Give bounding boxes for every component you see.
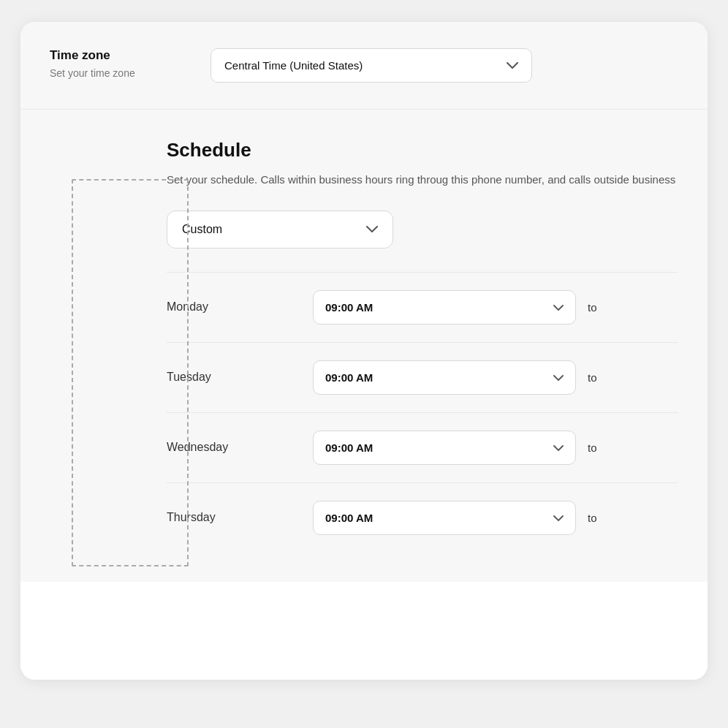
wednesday-start-time-select[interactable]: 09:00 AM [313,431,576,465]
day-wednesday-label: Wednesday [167,441,313,454]
chevron-down-icon [366,223,378,236]
schedule-description: Set your schedule. Calls within business… [167,172,678,189]
thursday-start-time-select[interactable]: 09:00 AM [313,501,576,535]
monday-start-time-select[interactable]: 09:00 AM [313,290,576,325]
wednesday-to-label: to [588,441,597,454]
table-row: Wednesday 09:00 AM to [167,412,678,482]
day-monday-label: Monday [167,300,313,314]
tuesday-start-time-select[interactable]: 09:00 AM [313,360,576,395]
day-thursday-label: Thursday [167,511,313,524]
timezone-title: Time zone [50,48,181,63]
chevron-down-icon [507,60,518,72]
schedule-title: Schedule [167,139,678,162]
custom-schedule-wrapper: Custom [167,211,678,249]
wednesday-start-time-value: 09:00 AM [325,441,373,454]
thursday-to-label: to [588,512,597,524]
schedule-section: Schedule Set your schedule. Calls within… [20,110,708,582]
chevron-down-icon [553,512,564,524]
timezone-section: Time zone Set your time zone Central Tim… [20,22,708,110]
table-row: Tuesday 09:00 AM to [167,342,678,412]
timezone-subtitle: Set your time zone [50,67,181,79]
day-tuesday-label: Tuesday [167,371,313,384]
chevron-down-icon [553,371,564,384]
table-row: Thursday 09:00 AM to [167,482,678,553]
timezone-label-group: Time zone Set your time zone [50,48,181,79]
schedule-type-label: Custom [182,223,222,236]
chevron-down-icon [553,301,564,314]
main-card: Time zone Set your time zone Central Tim… [20,22,708,680]
tuesday-start-time-value: 09:00 AM [325,371,373,384]
schedule-type-select[interactable]: Custom [167,211,393,249]
monday-to-label: to [588,301,597,314]
timezone-select[interactable]: Central Time (United States) [211,48,532,83]
thursday-start-time-value: 09:00 AM [325,512,373,524]
timezone-selected-value: Central Time (United States) [224,59,363,72]
chevron-down-icon [553,441,564,454]
tuesday-to-label: to [588,371,597,384]
timezone-select-wrapper: Central Time (United States) [211,48,532,83]
day-rows: Monday 09:00 AM to Tuesday 09:00 AM [167,272,678,553]
monday-start-time-value: 09:00 AM [325,301,373,314]
table-row: Monday 09:00 AM to [167,272,678,342]
